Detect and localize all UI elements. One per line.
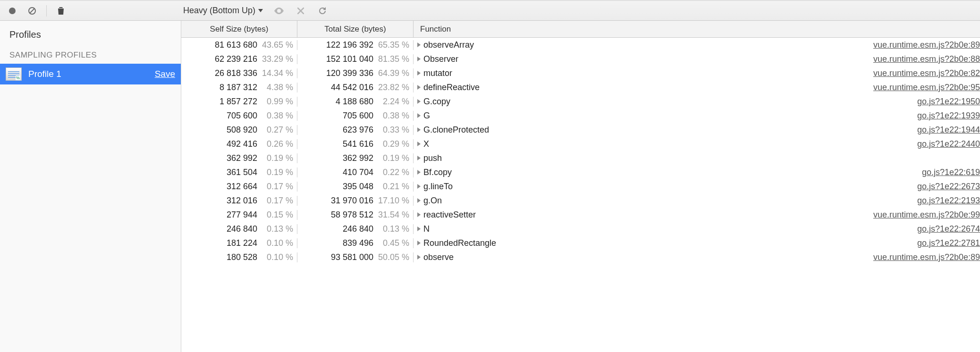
main: Self Size (bytes) Total Size (bytes) Fun… bbox=[181, 21, 980, 352]
self-size-cell: 62 239 21633.29 % bbox=[181, 54, 297, 64]
profile-name: Profile 1 bbox=[28, 69, 155, 79]
function-name: push bbox=[423, 153, 980, 163]
function-name: G bbox=[423, 111, 917, 121]
source-link[interactable]: go.js?1e22:1944 bbox=[917, 125, 980, 135]
expand-icon[interactable] bbox=[417, 198, 421, 203]
function-cell: Observervue.runtime.esm.js?2b0e:88 bbox=[414, 54, 980, 64]
expand-icon[interactable] bbox=[417, 241, 421, 245]
table-row[interactable]: 277 9440.15 %58 978 51231.54 %reactiveSe… bbox=[181, 208, 980, 222]
trash-icon[interactable] bbox=[55, 5, 67, 17]
eye-icon[interactable] bbox=[273, 5, 285, 17]
profile-icon bbox=[6, 67, 22, 81]
col-header-total[interactable]: Total Size (bytes) bbox=[297, 21, 414, 37]
total-size-cell: 31 970 01617.10 % bbox=[297, 196, 414, 206]
function-cell: G.cloneProtectedgo.js?1e22:1944 bbox=[414, 125, 980, 135]
function-name: g.lineTo bbox=[423, 182, 917, 192]
expand-icon[interactable] bbox=[417, 71, 421, 75]
expand-icon[interactable] bbox=[417, 142, 421, 146]
total-size-cell: 246 8400.13 % bbox=[297, 224, 414, 234]
expand-icon[interactable] bbox=[417, 113, 421, 118]
function-name: N bbox=[423, 224, 917, 234]
function-name: mutator bbox=[423, 68, 873, 78]
table-body: 81 613 68043.65 %122 196 39265.35 %obser… bbox=[181, 38, 980, 352]
close-icon[interactable] bbox=[295, 5, 306, 17]
source-link[interactable]: vue.runtime.esm.js?2b0e:95 bbox=[873, 83, 980, 92]
table-row[interactable]: 312 6640.17 %395 0480.21 %g.lineTogo.js?… bbox=[181, 179, 980, 193]
source-link[interactable]: go.js?1e22:1950 bbox=[917, 97, 980, 107]
table-row[interactable]: 180 5280.10 %93 581 00050.05 %observevue… bbox=[181, 250, 980, 264]
clear-icon[interactable] bbox=[26, 5, 38, 17]
table-row[interactable]: 508 9200.27 %623 9760.33 %G.cloneProtect… bbox=[181, 123, 980, 137]
toolbar-left bbox=[7, 5, 177, 17]
table-row[interactable]: 62 239 21633.29 %152 101 04081.35 %Obser… bbox=[181, 52, 980, 66]
total-size-cell: 58 978 51231.54 % bbox=[297, 210, 414, 220]
sidebar: Profiles SAMPLING PROFILES Profile 1 Sav… bbox=[0, 21, 181, 352]
table-row[interactable]: 312 0160.17 %31 970 01617.10 %g.Ongo.js?… bbox=[181, 193, 980, 208]
table-row[interactable]: 1 857 2720.99 %4 188 6802.24 %G.copygo.j… bbox=[181, 94, 980, 109]
source-link[interactable]: go.js?1e22:2781 bbox=[917, 238, 980, 248]
expand-icon[interactable] bbox=[417, 127, 421, 132]
table-row[interactable]: 361 5040.19 %410 7040.22 %Bf.copygo.js?1… bbox=[181, 165, 980, 179]
self-size-cell: 81 613 68043.65 % bbox=[181, 40, 297, 50]
source-link[interactable]: vue.runtime.esm.js?2b0e:99 bbox=[873, 210, 980, 220]
source-link[interactable]: vue.runtime.esm.js?2b0e:89 bbox=[873, 40, 980, 50]
source-link[interactable]: vue.runtime.esm.js?2b0e:88 bbox=[873, 54, 980, 64]
chevron-down-icon bbox=[258, 9, 263, 12]
function-name: g.On bbox=[423, 196, 917, 206]
profile-item[interactable]: Profile 1 Save bbox=[0, 64, 181, 84]
source-link[interactable]: go.js?1e22:1939 bbox=[917, 111, 980, 121]
expand-icon[interactable] bbox=[417, 156, 421, 160]
total-size-cell: 839 4960.45 % bbox=[297, 238, 414, 248]
table-row[interactable]: 492 4160.26 %541 6160.29 %Xgo.js?1e22:24… bbox=[181, 137, 980, 151]
source-link[interactable]: vue.runtime.esm.js?2b0e:82 bbox=[873, 68, 980, 78]
function-cell: RoundedRectanglego.js?1e22:2781 bbox=[414, 238, 980, 248]
profiler-panel: Heavy (Bottom Up) Profiles SAMPLING PROF… bbox=[0, 0, 980, 352]
col-header-function[interactable]: Function bbox=[414, 21, 980, 37]
total-size-cell: 93 581 00050.05 % bbox=[297, 252, 414, 262]
toolbar-main: Heavy (Bottom Up) bbox=[177, 5, 973, 17]
source-link[interactable]: go.js?1e22:2673 bbox=[917, 182, 980, 192]
function-name: Bf.copy bbox=[423, 168, 922, 177]
svg-point-0 bbox=[9, 8, 16, 14]
function-name: RoundedRectangle bbox=[423, 238, 917, 248]
table-row[interactable]: 26 818 33614.34 %120 399 33664.39 %mutat… bbox=[181, 66, 980, 80]
expand-icon[interactable] bbox=[417, 170, 421, 175]
col-header-self[interactable]: Self Size (bytes) bbox=[181, 21, 297, 37]
function-name: X bbox=[423, 139, 917, 149]
expand-icon[interactable] bbox=[417, 42, 421, 47]
function-cell: reactiveSettervue.runtime.esm.js?2b0e:99 bbox=[414, 210, 980, 220]
source-link[interactable]: go.js?1e22:2440 bbox=[917, 139, 980, 149]
table-row[interactable]: 8 187 3124.38 %44 542 01623.82 %defineRe… bbox=[181, 80, 980, 94]
table-row[interactable]: 246 8400.13 %246 8400.13 %Ngo.js?1e22:26… bbox=[181, 222, 980, 236]
self-size-cell: 312 6640.17 % bbox=[181, 182, 297, 192]
reload-icon[interactable] bbox=[317, 5, 328, 17]
source-link[interactable]: go.js?1e22:619 bbox=[922, 168, 980, 177]
expand-icon[interactable] bbox=[417, 255, 421, 260]
self-size-cell: 312 0160.17 % bbox=[181, 196, 297, 206]
expand-icon[interactable] bbox=[417, 226, 421, 231]
save-link[interactable]: Save bbox=[155, 69, 175, 79]
table-header: Self Size (bytes) Total Size (bytes) Fun… bbox=[181, 21, 980, 38]
self-size-cell: 246 8400.13 % bbox=[181, 224, 297, 234]
function-name: G.copy bbox=[423, 97, 917, 107]
expand-icon[interactable] bbox=[417, 85, 421, 90]
total-size-cell: 705 6000.38 % bbox=[297, 111, 414, 121]
table-row[interactable]: 705 6000.38 %705 6000.38 %Ggo.js?1e22:19… bbox=[181, 109, 980, 123]
expand-icon[interactable] bbox=[417, 99, 421, 104]
function-cell: observeArrayvue.runtime.esm.js?2b0e:89 bbox=[414, 40, 980, 50]
source-link[interactable]: vue.runtime.esm.js?2b0e:89 bbox=[873, 252, 980, 262]
table-row[interactable]: 81 613 68043.65 %122 196 39265.35 %obser… bbox=[181, 38, 980, 52]
expand-icon[interactable] bbox=[417, 184, 421, 189]
self-size-cell: 508 9200.27 % bbox=[181, 125, 297, 135]
expand-icon[interactable] bbox=[417, 57, 421, 61]
view-selector[interactable]: Heavy (Bottom Up) bbox=[183, 6, 263, 16]
source-link[interactable]: go.js?1e22:2674 bbox=[917, 224, 980, 234]
table-row[interactable]: 181 2240.10 %839 4960.45 %RoundedRectang… bbox=[181, 236, 980, 250]
record-icon[interactable] bbox=[7, 5, 18, 17]
source-link[interactable]: go.js?1e22:2193 bbox=[917, 196, 980, 206]
function-cell: defineReactivevue.runtime.esm.js?2b0e:95 bbox=[414, 83, 980, 92]
function-cell: mutatorvue.runtime.esm.js?2b0e:82 bbox=[414, 68, 980, 78]
expand-icon[interactable] bbox=[417, 212, 421, 217]
self-size-cell: 26 818 33614.34 % bbox=[181, 68, 297, 78]
table-row[interactable]: 362 9920.19 %362 9920.19 %push bbox=[181, 151, 980, 165]
